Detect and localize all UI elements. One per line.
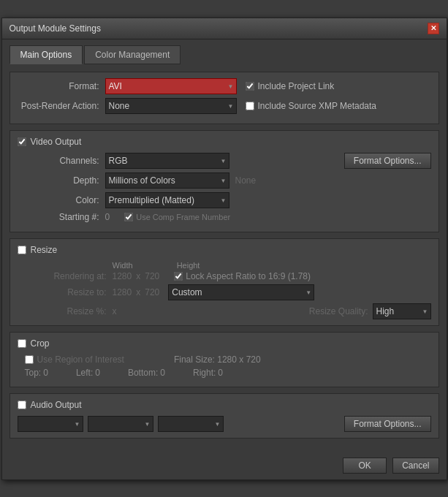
channels-select[interactable]: RGB bbox=[105, 153, 229, 169]
starting-value: 0 bbox=[105, 212, 110, 222]
title-bar: Output Module Settings ✕ bbox=[2, 18, 447, 39]
depth-select-wrapper: Millions of Colors bbox=[105, 172, 229, 189]
audio-output-section: Audio Output bbox=[10, 393, 439, 439]
crop-section: Crop Use Region of Interest Final Size: … bbox=[10, 332, 439, 387]
resize-header: Resize bbox=[18, 245, 431, 255]
crop-header: Crop bbox=[18, 338, 431, 349]
video-output-checkbox[interactable] bbox=[18, 137, 26, 146]
resize-label: Resize bbox=[31, 245, 58, 255]
channels-row: Channels: RGB Format Options... bbox=[18, 153, 431, 169]
format-section: Format: AVI Include Project Link Post-Re… bbox=[10, 72, 439, 124]
lock-aspect-checkbox[interactable] bbox=[174, 272, 183, 281]
include-project-link-label: Include Project Link bbox=[258, 81, 335, 91]
dialog-output-module: Output Module Settings ✕ Main Options Co… bbox=[1, 18, 447, 480]
post-render-label: Post-Render Action: bbox=[18, 101, 105, 111]
include-project-link-checkbox[interactable] bbox=[246, 82, 254, 91]
crop-roi-label: Use Region of Interest bbox=[37, 354, 124, 365]
resize-to-label: Resize to: bbox=[25, 287, 113, 297]
post-render-select[interactable]: None bbox=[105, 98, 237, 114]
audio-select-3[interactable] bbox=[158, 416, 224, 432]
crop-checkbox[interactable] bbox=[18, 339, 26, 348]
format-options-button[interactable]: Format Options... bbox=[344, 153, 431, 169]
dialog-footer: OK Cancel bbox=[2, 452, 447, 479]
resize-quality-label: Resize Quality: bbox=[309, 306, 368, 316]
include-xmp-checkbox-label[interactable]: Include Source XMP Metadata bbox=[246, 101, 377, 111]
cancel-button[interactable]: Cancel bbox=[392, 458, 438, 474]
final-size-text: Final Size: 1280 x 720 bbox=[174, 354, 261, 365]
width-header: Width bbox=[113, 261, 133, 270]
format-label: Format: bbox=[18, 81, 105, 91]
tab-color-management[interactable]: Color Management bbox=[84, 45, 181, 64]
resize-quality-select[interactable]: High bbox=[373, 303, 431, 319]
depth-label: Depth: bbox=[18, 175, 105, 186]
audio-output-header: Audio Output bbox=[18, 400, 431, 410]
right-value: 0 bbox=[218, 368, 223, 378]
rendering-width: 1280 bbox=[113, 271, 132, 281]
channels-select-wrapper: RGB bbox=[105, 153, 229, 169]
right-label: Right: bbox=[193, 368, 216, 378]
lock-aspect-label: Lock Aspect Ratio to 16:9 (1.78) bbox=[186, 271, 311, 281]
audio-output-label: Audio Output bbox=[31, 400, 82, 410]
starting-row: Starting #: 0 Use Comp Frame Number bbox=[18, 212, 431, 222]
starting-label: Starting #: bbox=[18, 212, 105, 222]
height-header: Height bbox=[177, 261, 200, 270]
audio-format-options-button[interactable]: Format Options... bbox=[344, 416, 431, 432]
include-xmp-checkbox[interactable] bbox=[246, 102, 254, 110]
resize-section: Resize Width Height Rendering at: 1280 x… bbox=[10, 238, 439, 326]
rendering-at-label: Rendering at: bbox=[25, 271, 113, 281]
depth-select[interactable]: Millions of Colors bbox=[105, 172, 229, 189]
dialog-title: Output Module Settings bbox=[10, 23, 101, 34]
crop-label: Crop bbox=[31, 338, 50, 349]
resize-checkbox[interactable] bbox=[18, 246, 26, 254]
resize-custom-select[interactable]: Custom bbox=[168, 284, 314, 300]
video-output-label: Video Output bbox=[31, 137, 82, 147]
include-xmp-label: Include Source XMP Metadata bbox=[258, 101, 377, 111]
color-select-wrapper: Premultiplied (Matted) bbox=[105, 192, 229, 208]
tab-main-options[interactable]: Main Options bbox=[10, 45, 83, 64]
post-render-row: Post-Render Action: None Include Source … bbox=[18, 98, 431, 114]
x-separator-2: x bbox=[132, 287, 145, 297]
depth-row: Depth: Millions of Colors None bbox=[18, 172, 431, 189]
x-separator-1: x bbox=[132, 271, 145, 281]
post-render-select-wrapper: None bbox=[105, 98, 237, 114]
crop-coords-row: Top: 0 Left: 0 Bottom: 0 Right: 0 bbox=[25, 368, 431, 378]
audio-select-1[interactable] bbox=[18, 416, 83, 432]
tabs-container: Main Options Color Management bbox=[10, 45, 439, 64]
resize-pct-label: Resize %: bbox=[25, 306, 113, 316]
resize-pct-x: x bbox=[113, 306, 117, 316]
rendering-height: 720 bbox=[145, 271, 159, 281]
format-select-wrapper: AVI bbox=[105, 78, 237, 94]
resize-to-width: 1280 bbox=[113, 287, 132, 297]
bottom-value: 0 bbox=[160, 368, 165, 378]
color-select[interactable]: Premultiplied (Matted) bbox=[105, 192, 229, 208]
color-label: Color: bbox=[18, 195, 105, 205]
crop-roi-row: Use Region of Interest Final Size: 1280 … bbox=[25, 354, 431, 365]
left-label: Left: bbox=[76, 368, 93, 378]
left-value: 0 bbox=[95, 368, 100, 378]
top-label: Top: bbox=[25, 368, 42, 378]
format-row: Format: AVI Include Project Link bbox=[18, 78, 431, 94]
channels-label: Channels: bbox=[18, 156, 105, 166]
audio-select-2[interactable] bbox=[88, 416, 153, 432]
ok-button[interactable]: OK bbox=[343, 458, 387, 474]
include-project-link-checkbox-label[interactable]: Include Project Link bbox=[246, 81, 335, 91]
bottom-label: Bottom: bbox=[128, 368, 158, 378]
video-output-header: Video Output bbox=[18, 137, 431, 147]
audio-dropdowns: Format Options... bbox=[18, 416, 431, 432]
use-comp-frame-label: Use Comp Frame Number bbox=[136, 213, 230, 221]
video-output-section: Video Output Channels: RGB Format Option… bbox=[10, 130, 439, 232]
use-comp-frame-checkbox[interactable] bbox=[124, 213, 133, 221]
none-text: None bbox=[235, 175, 257, 186]
color-row: Color: Premultiplied (Matted) bbox=[18, 192, 431, 208]
resize-to-height: 720 bbox=[145, 287, 159, 297]
format-select[interactable]: AVI bbox=[105, 78, 237, 94]
top-value: 0 bbox=[43, 368, 48, 378]
crop-roi-checkbox[interactable] bbox=[25, 355, 34, 364]
audio-output-checkbox[interactable] bbox=[18, 401, 26, 409]
close-button[interactable]: ✕ bbox=[428, 23, 439, 34]
